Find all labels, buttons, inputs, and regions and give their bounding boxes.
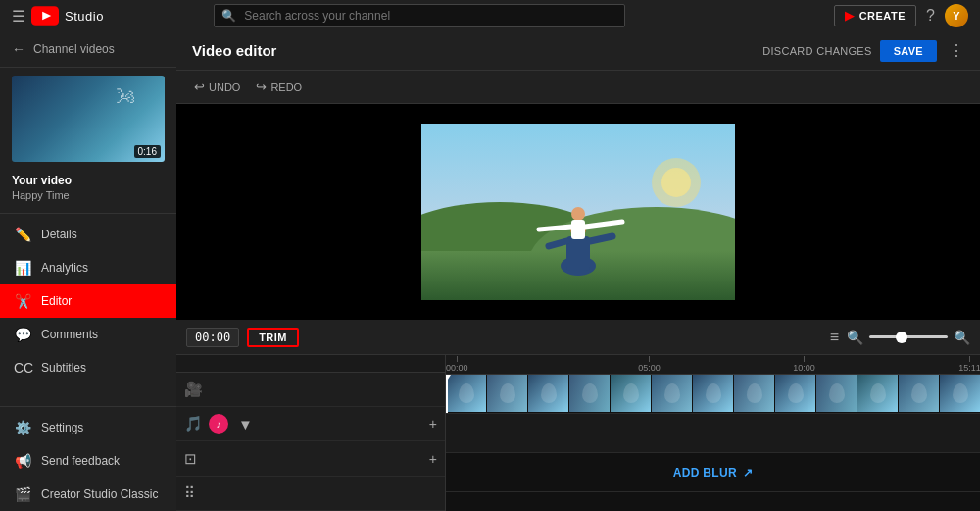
video-thumbnail: 🌬 0:16 bbox=[12, 76, 165, 162]
svg-line-15 bbox=[539, 227, 571, 230]
sidebar-item-details[interactable]: ✏️ Details bbox=[0, 218, 176, 251]
vthumb-9 bbox=[775, 375, 816, 412]
sidebar-item-label: Comments bbox=[41, 328, 98, 341]
blur-add-icon[interactable]: + bbox=[429, 451, 437, 467]
redo-label: REDO bbox=[270, 81, 302, 93]
playhead[interactable] bbox=[446, 375, 448, 413]
svg-point-7 bbox=[662, 168, 691, 197]
undo-icon: ↩ bbox=[194, 79, 205, 94]
hamburger-icon[interactable]: ☰ bbox=[12, 7, 25, 26]
back-to-channel[interactable]: ← Channel videos bbox=[0, 31, 176, 68]
comments-icon: 💬 bbox=[14, 327, 31, 342]
track-controls: 🎥 🎵 ♪ ▼ + ⊡ + ⠿ bbox=[176, 355, 446, 511]
sidebar-item-subtitles[interactable]: CC Subtitles bbox=[0, 351, 176, 384]
vthumb-5 bbox=[611, 375, 652, 412]
vthumb-2 bbox=[487, 375, 528, 412]
sidebar-item-classic[interactable]: 🎬 Creator Studio Classic bbox=[0, 478, 176, 511]
search-input[interactable] bbox=[214, 4, 625, 27]
svg-line-11 bbox=[549, 241, 566, 246]
editor-actions: DISCARD CHANGES SAVE ⋮ bbox=[762, 40, 964, 62]
create-button[interactable]: ▶ CREATE bbox=[834, 5, 916, 26]
timeline-area: 00:00 TRIM ≡ 🔍 🔍 🎥 bbox=[176, 320, 980, 511]
add-blur-button[interactable]: ADD BLUR ↗ bbox=[673, 466, 753, 480]
music-track-dot: ♪ bbox=[209, 414, 228, 434]
music-track-icon: 🎵 bbox=[184, 415, 203, 433]
undo-button[interactable]: ↩ UNDO bbox=[188, 76, 246, 98]
sidebar-item-label: Subtitles bbox=[41, 361, 86, 375]
music-expand-icon[interactable]: ▼ bbox=[238, 416, 253, 433]
divider bbox=[0, 213, 176, 214]
timeline-controls: 00:00 TRIM ≡ 🔍 🔍 bbox=[176, 320, 980, 355]
vthumb-13 bbox=[940, 375, 980, 412]
search-bar: 🔍 bbox=[214, 4, 625, 27]
trim-button[interactable]: TRIM bbox=[247, 328, 299, 347]
editor-title: Video editor bbox=[192, 42, 276, 59]
timeline-ruler: 00:00 05:00 10:00 15:11 bbox=[446, 355, 980, 375]
zoom-in-icon[interactable]: 🔍 bbox=[954, 330, 970, 345]
timecode-display: 00:00 bbox=[186, 328, 239, 347]
sidebar-item-editor[interactable]: ✂️ Editor bbox=[0, 284, 176, 318]
timeline-tracks: 🎥 🎵 ♪ ▼ + ⊡ + ⠿ bbox=[176, 355, 980, 511]
redo-icon: ↪ bbox=[256, 79, 267, 94]
blur-track-control: ⊡ + bbox=[176, 441, 445, 476]
sidebar-item-label: Editor bbox=[41, 294, 72, 308]
ruler-mark-15: 15:11 bbox=[958, 356, 980, 373]
music-track bbox=[446, 414, 980, 453]
zoom-slider[interactable] bbox=[869, 335, 948, 338]
more-options-icon[interactable]: ⋮ bbox=[949, 41, 964, 60]
youtube-icon bbox=[31, 6, 59, 26]
sidebar-item-settings[interactable]: ⚙️ Settings bbox=[0, 411, 176, 444]
topbar-right: ▶ CREATE ? Y bbox=[834, 4, 968, 27]
create-label: CREATE bbox=[859, 10, 906, 22]
zoom-controls: 🔍 🔍 bbox=[847, 330, 970, 345]
ruler-mark-5: 05:00 bbox=[638, 356, 661, 373]
avatar-initials: Y bbox=[953, 10, 959, 22]
sidebar-item-label: Details bbox=[41, 228, 77, 241]
vthumb-8 bbox=[734, 375, 775, 412]
ruler-mark-0: 00:00 bbox=[446, 356, 468, 373]
sidebar-item-label: Settings bbox=[41, 421, 83, 434]
redo-button[interactable]: ↪ REDO bbox=[250, 76, 308, 98]
sidebar-item-comments[interactable]: 💬 Comments bbox=[0, 318, 176, 351]
video-track-icon: 🎥 bbox=[184, 381, 203, 398]
windmill-icon: 🌬 bbox=[116, 85, 135, 108]
svg-rect-14 bbox=[571, 220, 585, 239]
video-title: Your video bbox=[0, 170, 176, 189]
avatar[interactable]: Y bbox=[945, 4, 968, 27]
discard-button[interactable]: DISCARD CHANGES bbox=[762, 45, 871, 57]
preview-area bbox=[176, 104, 980, 320]
ruler-spacer bbox=[176, 355, 445, 373]
video-subtitle: Happy Time bbox=[0, 189, 176, 209]
search-icon: 🔍 bbox=[221, 9, 236, 23]
playhead-triangle bbox=[446, 375, 451, 383]
ruler-mark-10: 10:00 bbox=[793, 356, 815, 373]
help-icon[interactable]: ? bbox=[926, 7, 935, 25]
topbar: ☰ Studio 🔍 ▶ CREATE ? Y bbox=[0, 0, 980, 31]
subtitles-icon: CC bbox=[14, 360, 31, 376]
video-thumbnails bbox=[446, 375, 980, 413]
vthumb-4 bbox=[569, 375, 611, 412]
effects-track bbox=[446, 492, 980, 511]
effects-track-icon: ⠿ bbox=[184, 485, 195, 502]
save-button[interactable]: SAVE bbox=[880, 40, 937, 62]
sidebar-item-label: Send feedback bbox=[41, 454, 120, 468]
add-blur-label: ADD BLUR bbox=[673, 466, 737, 480]
undo-label: UNDO bbox=[209, 81, 240, 93]
thumb-image: 🌬 0:16 bbox=[12, 76, 165, 162]
sidebar-item-label: Creator Studio Classic bbox=[41, 487, 158, 501]
vthumb-1 bbox=[446, 375, 487, 412]
sidebar-item-analytics[interactable]: 📊 Analytics bbox=[0, 251, 176, 284]
music-add-icon[interactable]: + bbox=[429, 416, 437, 432]
sidebar-item-feedback[interactable]: 📢 Send feedback bbox=[0, 444, 176, 478]
effects-track-control: ⠿ bbox=[176, 477, 445, 511]
video-duration: 0:16 bbox=[134, 145, 161, 158]
studio-label: Studio bbox=[65, 9, 104, 24]
undo-bar: ↩ UNDO ↪ REDO bbox=[176, 71, 980, 104]
vthumb-12 bbox=[899, 375, 940, 412]
add-blur-icon: ↗ bbox=[743, 466, 753, 480]
video-track-control: 🎥 bbox=[176, 373, 445, 407]
zoom-out-icon[interactable]: 🔍 bbox=[847, 330, 863, 345]
logo-area: ☰ Studio bbox=[12, 6, 104, 26]
vthumb-6 bbox=[652, 375, 693, 412]
analytics-icon: 📊 bbox=[14, 260, 31, 276]
